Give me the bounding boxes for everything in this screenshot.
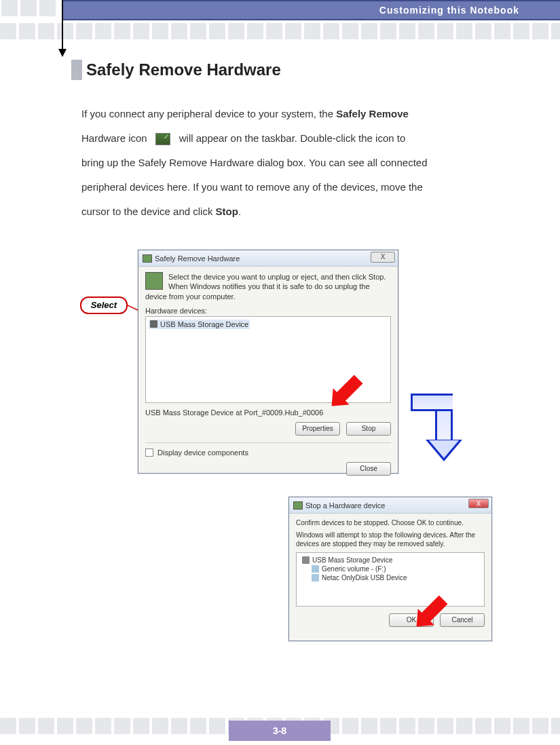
stop-button[interactable]: Stop xyxy=(346,422,391,436)
body-paragraph: If you connect any peripheral device to … xyxy=(81,102,489,224)
list-item[interactable]: Generic volume - (F:) xyxy=(299,565,481,573)
para-4: peripheral devices here. If you want to … xyxy=(81,181,423,193)
cancel-button[interactable]: Cancel xyxy=(440,613,485,627)
device-status: USB Mass Storage Device at Port_#0009.Hu… xyxy=(145,408,391,417)
decor-left xyxy=(0,0,61,745)
item3: Netac OnlyDisk USB Device xyxy=(322,574,407,581)
display-components-label: Display device components xyxy=(157,448,248,457)
para-1a: If you connect any peripheral device to … xyxy=(81,108,336,119)
drive-large-icon xyxy=(145,272,163,290)
page-header-title: Customizing this Notebook xyxy=(379,5,519,16)
display-components-checkbox[interactable] xyxy=(145,448,153,457)
list-item[interactable]: Netac OnlyDisk USB Device xyxy=(299,573,481,582)
dialog2-titlebar: Stop a Hardware device xyxy=(289,497,491,514)
device-item-label: USB Mass Storage Device xyxy=(160,320,248,328)
dialog2-title: Stop a Hardware device xyxy=(305,501,385,510)
safely-remove-tray-icon xyxy=(155,133,170,145)
para-5c: . xyxy=(238,206,241,217)
dialog1-instructions: Select the device you want to unplug or … xyxy=(145,272,391,301)
drive-icon xyxy=(143,254,152,263)
close-button[interactable]: Close xyxy=(346,462,391,476)
para-5b: Stop xyxy=(216,206,238,217)
stop-device-listbox[interactable]: USB Mass Storage Device Generic volume -… xyxy=(296,552,485,607)
usb-icon xyxy=(302,556,310,564)
drive-icon xyxy=(293,501,303,510)
callout-select: Select xyxy=(80,297,128,314)
dialog2-close-button[interactable]: X xyxy=(468,499,489,508)
para-2a: Hardware icon xyxy=(81,132,147,144)
item2: Generic volume - (F:) xyxy=(322,565,386,573)
section-heading: Safely Remove Hardware xyxy=(86,60,281,79)
list-item[interactable]: USB Mass Storage Device xyxy=(149,320,250,329)
usb-icon xyxy=(150,320,157,328)
properties-button[interactable]: Properties xyxy=(295,422,340,436)
devices-label: Hardware devices: xyxy=(145,307,391,315)
stop-hardware-dialog: Stop a Hardware device X Confirm devices… xyxy=(288,497,492,641)
safely-remove-dialog: Safely Remove Hardware X Select the devi… xyxy=(138,250,398,474)
decor-top xyxy=(0,23,560,43)
dialog2-line2: Windows will attempt to stop the followi… xyxy=(296,531,485,548)
page-header: Customizing this Notebook xyxy=(62,0,560,20)
para-3: bring up the Safely Remove Hardware dial… xyxy=(81,157,428,168)
dialog1-title: Safely Remove Hardware xyxy=(155,254,240,263)
section-marker-icon xyxy=(71,60,82,80)
para-5a: cursor to the device and click xyxy=(81,206,216,217)
item1: USB Mass Storage Device xyxy=(312,556,392,564)
flow-arrow-icon xyxy=(411,394,465,468)
dialog2-line1: Confirm devices to be stopped. Choose OK… xyxy=(296,519,485,527)
volume-icon xyxy=(312,565,319,573)
disk-icon xyxy=(312,574,319,581)
section-title: Safely Remove Hardware xyxy=(71,60,281,80)
dialog1-close-button[interactable]: X xyxy=(371,252,395,263)
arrow-down-icon xyxy=(60,0,65,58)
dialog1-titlebar: Safely Remove Hardware xyxy=(138,250,398,267)
para-1b: Safely Remove xyxy=(336,108,409,119)
list-item[interactable]: USB Mass Storage Device xyxy=(299,556,481,565)
page-number: 3-8 xyxy=(229,721,331,741)
para-2b: will appear on the taskbar. Double-click… xyxy=(179,132,406,144)
divider xyxy=(145,442,391,443)
callout-label: Select xyxy=(91,300,117,310)
